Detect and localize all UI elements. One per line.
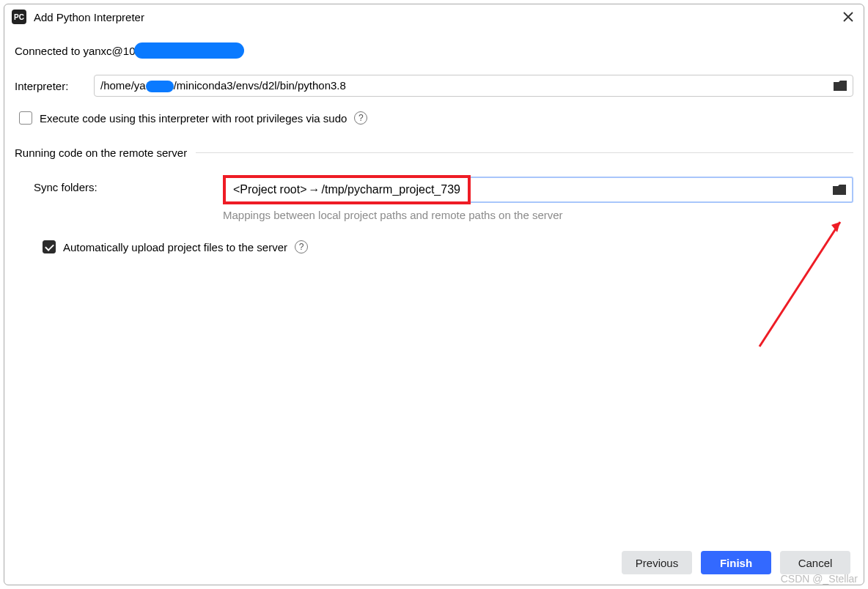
folder-icon[interactable] bbox=[834, 81, 847, 91]
folder-icon[interactable] bbox=[833, 185, 846, 195]
dialog-content: Connected to yanxc@10 Interpreter: /home… bbox=[4, 28, 864, 541]
interpreter-row: Interpreter: /home/ya/miniconda3/envs/d2… bbox=[15, 75, 853, 97]
previous-button[interactable]: Previous bbox=[622, 551, 692, 574]
arrow-right-icon: → bbox=[309, 183, 320, 196]
interpreter-label: Interpreter: bbox=[15, 80, 94, 92]
svg-marker-1 bbox=[831, 222, 840, 232]
auto-upload-row: Automatically upload project files to th… bbox=[43, 240, 853, 253]
auto-upload-checkbox[interactable] bbox=[43, 240, 56, 253]
pycharm-icon: PC bbox=[12, 10, 26, 24]
help-icon[interactable]: ? bbox=[354, 111, 367, 125]
help-icon[interactable]: ? bbox=[295, 240, 308, 253]
dialog-footer: Previous Finish Cancel bbox=[4, 541, 864, 585]
connected-row: Connected to yanxc@10 bbox=[15, 42, 853, 59]
dialog-title: Add Python Interpreter bbox=[34, 11, 144, 23]
connected-label: Connected to yanxc@10 bbox=[15, 45, 136, 57]
close-button[interactable] bbox=[840, 9, 856, 25]
section-header: Running code on the remote server bbox=[15, 147, 853, 159]
watermark: CSDN @_Stellar bbox=[781, 573, 858, 585]
interpreter-path: /home/ya/miniconda3/envs/d2l/bin/python3… bbox=[100, 79, 834, 92]
sudo-row: Execute code using this interpreter with… bbox=[19, 111, 853, 125]
sync-highlight-box: <Project root> → /tmp/pycharm_project_73… bbox=[223, 175, 471, 204]
sync-label: Sync folders: bbox=[15, 177, 223, 193]
sync-local-path: <Project root> bbox=[233, 183, 307, 196]
sync-input[interactable]: <Project root> → /tmp/pycharm_project_73… bbox=[223, 177, 853, 203]
sudo-label: Execute code using this interpreter with… bbox=[40, 112, 347, 125]
section-divider bbox=[196, 152, 853, 153]
close-icon bbox=[843, 12, 853, 22]
titlebar: PC Add Python Interpreter bbox=[4, 4, 864, 28]
sync-row: Sync folders: <Project root> → /tmp/pych… bbox=[15, 177, 853, 221]
interpreter-input[interactable]: /home/ya/miniconda3/envs/d2l/bin/python3… bbox=[94, 75, 853, 97]
cancel-button[interactable]: Cancel bbox=[780, 551, 850, 574]
sync-help-text: Mappings between local project paths and… bbox=[223, 209, 853, 221]
annotation-arrow bbox=[752, 207, 855, 354]
section-label: Running code on the remote server bbox=[15, 147, 187, 159]
sync-input-wrap: <Project root> → /tmp/pycharm_project_73… bbox=[223, 177, 853, 221]
finish-button[interactable]: Finish bbox=[701, 551, 771, 574]
sync-remote-path: /tmp/pycharm_project_739 bbox=[322, 183, 460, 196]
redacted-host bbox=[134, 42, 244, 59]
dialog-window: PC Add Python Interpreter Connected to y… bbox=[4, 4, 864, 585]
redacted-user bbox=[146, 81, 174, 92]
sudo-checkbox[interactable] bbox=[19, 111, 32, 125]
auto-upload-label: Automatically upload project files to th… bbox=[63, 241, 287, 253]
